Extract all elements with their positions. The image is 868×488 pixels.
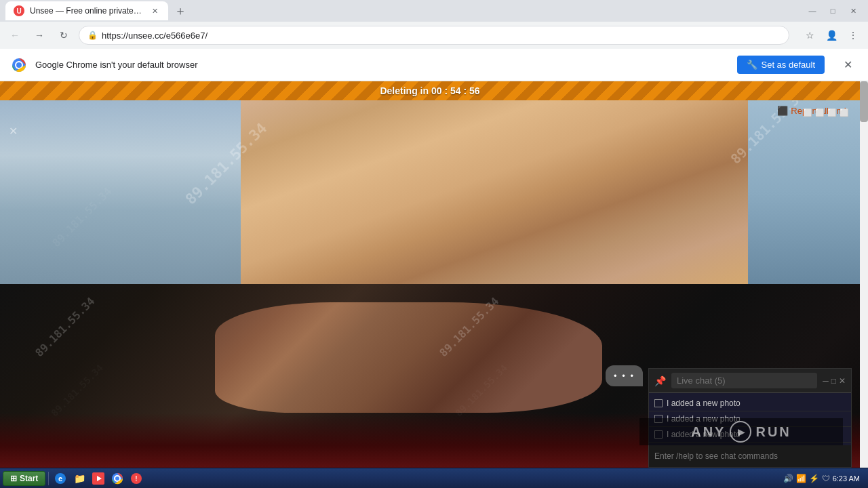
- photo-nav-left[interactable]: ✕: [3, 121, 23, 141]
- back-button[interactable]: ←: [5, 26, 24, 45]
- battery-tray-icon: ⚡: [809, 474, 819, 483]
- window-controls: — □ ✕: [803, 4, 863, 18]
- volume-tray-icon: 📶: [796, 474, 806, 483]
- menu-icon[interactable]: ⋮: [844, 26, 863, 45]
- chat-footer-input[interactable]: [654, 451, 846, 461]
- scrollbar-track[interactable]: [860, 81, 868, 468]
- chat-resize-icon-1[interactable]: ⬜: [803, 108, 812, 117]
- title-bar: U Unsee — Free online private photos ✕ ＋…: [0, 0, 868, 22]
- anyrun-suffix: RUN: [755, 424, 791, 440]
- set-default-label: Set as default: [762, 60, 816, 70]
- chat-footer: [649, 445, 851, 467]
- url-text: https://unsee.cc/e566e6e7/: [102, 30, 781, 41]
- chat-header: 📌 ─ □ ✕: [649, 369, 851, 393]
- banner-close-button[interactable]: ✕: [838, 56, 857, 75]
- security-tray-icon: 🛡: [822, 474, 830, 483]
- photo-area: 89.181.55.34 89.181.55.34 89.181.55.34 ✕…: [0, 100, 860, 468]
- taskbar-antivirus-button[interactable]: !: [127, 471, 145, 486]
- anyrun-text: ANY: [691, 424, 726, 440]
- chat-bubble-dots: • • •: [614, 371, 635, 381]
- reload-button[interactable]: ↻: [54, 26, 73, 45]
- close-button[interactable]: ✕: [844, 4, 863, 18]
- svg-text:e: e: [58, 474, 62, 483]
- banner-text: Google Chrome isn't your default browser: [35, 60, 729, 70]
- network-tray-icon: 🔊: [783, 474, 793, 483]
- svg-point-4: [16, 62, 22, 68]
- chat-close-button[interactable]: ✕: [839, 376, 846, 386]
- maximize-button[interactable]: □: [823, 4, 842, 18]
- chat-panel: 📌 ─ □ ✕ I added a new photo I: [648, 368, 852, 468]
- chrome-taskbar-icon: [111, 472, 123, 485]
- chat-bubble: • • •: [606, 365, 643, 386]
- countdown-text: Deleting in 00 : 54 : 56: [380, 85, 479, 96]
- chat-controls: ─ □ ✕: [823, 376, 846, 386]
- tab-favicon: U: [14, 5, 24, 16]
- default-browser-banner: Google Chrome isn't your default browser…: [0, 49, 868, 81]
- taskbar: ⊞ Start e 📁: [0, 468, 868, 488]
- chat-search-input[interactable]: [671, 373, 817, 388]
- page-content: Deleting in 00 : 54 : 56 89.181.55.34 89…: [0, 81, 868, 468]
- chat-msg-text-1: I added a new photo: [667, 399, 741, 408]
- system-tray: 🔊 📶 ⚡ 🛡 6:23 AM: [778, 474, 865, 483]
- chat-resize-icon-2[interactable]: ⬜: [815, 108, 825, 117]
- toolbar-right-icons: ☆ 👤 ⋮: [800, 26, 863, 45]
- start-label: Start: [20, 474, 38, 483]
- chat-resize-icon-4[interactable]: ⬜: [840, 108, 849, 117]
- set-default-icon: 🔧: [747, 60, 757, 70]
- taskbar-folder-button[interactable]: 📁: [71, 471, 88, 486]
- address-bar: ← → ↻ 🔒 https://unsee.cc/e566e6e7/ ☆ 👤 ⋮: [0, 22, 868, 49]
- chat-msg-icon-1: [654, 399, 663, 407]
- minimize-button[interactable]: —: [803, 4, 822, 18]
- start-button[interactable]: ⊞ Start: [3, 471, 45, 486]
- photo-top: 89.181.55.34 89.181.55.34 89.181.55.34 ✕…: [0, 100, 860, 284]
- antivirus-icon: !: [130, 472, 142, 485]
- profile-icon[interactable]: 👤: [822, 26, 841, 45]
- set-default-button[interactable]: 🔧 Set as default: [737, 56, 825, 74]
- svg-point-11: [115, 476, 119, 481]
- taskbar-separator-1: [48, 472, 49, 485]
- hand-area: [215, 302, 602, 413]
- browser-frame: U Unsee — Free online private photos ✕ ＋…: [0, 0, 868, 488]
- tab-title: Unsee — Free online private photos: [30, 6, 144, 16]
- bookmark-icon[interactable]: ☆: [800, 26, 819, 45]
- url-bar[interactable]: 🔒 https://unsee.cc/e566e6e7/: [79, 26, 789, 45]
- blue-fabric-left: [0, 100, 258, 284]
- system-time: 6:23 AM: [833, 474, 860, 483]
- media-icon: [92, 472, 104, 485]
- svg-text:U: U: [16, 7, 21, 15]
- taskbar-chrome-button[interactable]: [108, 471, 126, 486]
- chat-expand-button[interactable]: □: [831, 376, 836, 386]
- anyrun-watermark: ANY ▶ RUN: [639, 418, 843, 445]
- tab-close-button[interactable]: ✕: [149, 5, 160, 16]
- chat-resize-area: ⬜ ⬜ ⬜ ⬜: [648, 100, 852, 125]
- lock-icon: 🔒: [87, 30, 98, 40]
- countdown-bar: Deleting in 00 : 54 : 56: [0, 81, 860, 100]
- chat-message-1: I added a new photo: [649, 396, 851, 411]
- forward-button[interactable]: →: [30, 26, 49, 45]
- chat-pin-icon[interactable]: 📌: [654, 375, 666, 386]
- svg-text:!: !: [136, 475, 138, 483]
- chrome-logo-icon: [11, 57, 27, 73]
- new-tab-button[interactable]: ＋: [171, 1, 190, 20]
- start-icon: ⊞: [10, 474, 17, 483]
- taskbar-media-button[interactable]: [90, 471, 107, 486]
- ie-icon: e: [54, 472, 66, 485]
- chat-resize-icon-3[interactable]: ⬜: [827, 108, 837, 117]
- chat-minimize-button[interactable]: ─: [823, 376, 829, 386]
- folder-icon: 📁: [73, 472, 85, 485]
- active-tab[interactable]: U Unsee — Free online private photos ✕: [5, 1, 168, 20]
- blue-fabric-right: [731, 100, 860, 284]
- taskbar-ie-button[interactable]: e: [52, 471, 69, 486]
- body-area: [241, 100, 748, 284]
- scrollbar-thumb[interactable]: [860, 81, 868, 122]
- anyrun-play-icon: ▶: [730, 421, 751, 443]
